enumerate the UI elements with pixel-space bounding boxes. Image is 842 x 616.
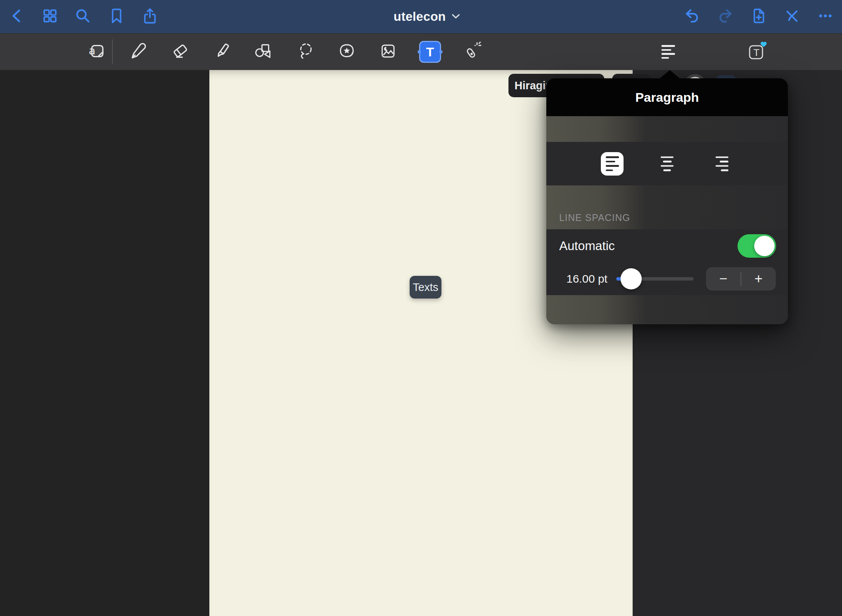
back-button[interactable] bbox=[7, 6, 28, 27]
share-button[interactable] bbox=[139, 6, 161, 27]
share-icon bbox=[141, 7, 159, 26]
increase-spacing-button[interactable]: + bbox=[741, 267, 776, 291]
title-chevron-down-icon bbox=[452, 13, 460, 20]
toolbar-divider bbox=[112, 39, 113, 64]
redo-icon bbox=[717, 7, 734, 26]
lasso-icon bbox=[296, 42, 315, 62]
crossed-pen-icon bbox=[783, 7, 801, 26]
zoom-window-icon: a bbox=[87, 42, 106, 62]
image-tool[interactable] bbox=[377, 41, 399, 62]
align-left-icon bbox=[606, 156, 619, 171]
highlighter-tool[interactable] bbox=[212, 41, 233, 62]
spacing-slider-knob[interactable] bbox=[621, 268, 642, 289]
automatic-label: Automatic bbox=[559, 239, 615, 253]
automatic-row: Automatic bbox=[546, 229, 788, 263]
thumbnails-button[interactable] bbox=[39, 6, 61, 27]
spacing-stepper: − + bbox=[706, 267, 776, 291]
popover-spacer-band bbox=[546, 116, 788, 142]
align-left-option[interactable] bbox=[601, 152, 624, 176]
align-right-icon bbox=[716, 156, 728, 171]
tool-bar: a bbox=[0, 33, 842, 70]
highlighter-icon bbox=[213, 42, 232, 62]
pen-mode-toggle-button[interactable] bbox=[781, 6, 803, 27]
ellipsis-icon bbox=[817, 7, 834, 26]
svg-text:a: a bbox=[89, 44, 95, 57]
spacing-value: 16.00 pt bbox=[566, 272, 607, 285]
popover-arrow bbox=[660, 70, 680, 79]
toggle-knob bbox=[754, 236, 775, 256]
paragraph-popover: Paragraph bbox=[546, 70, 788, 324]
top-navigation-bar: utelecon bbox=[0, 0, 842, 33]
undo-button[interactable] bbox=[681, 6, 703, 27]
spacing-slider-row: 16.00 pt − + bbox=[546, 263, 788, 295]
document-title-button[interactable]: utelecon bbox=[393, 9, 460, 24]
lasso-tool[interactable] bbox=[295, 41, 316, 62]
selection-handle-left bbox=[418, 50, 421, 54]
image-icon bbox=[379, 42, 398, 62]
add-page-icon bbox=[750, 7, 767, 26]
automatic-toggle[interactable] bbox=[738, 234, 776, 258]
selected-text-label: Texts bbox=[413, 281, 438, 294]
popover-title: Paragraph bbox=[635, 90, 699, 105]
canvas-gutter-left bbox=[0, 70, 209, 616]
text-tool-selected[interactable]: T bbox=[419, 41, 441, 63]
more-button[interactable] bbox=[815, 6, 836, 27]
selection-handle-right bbox=[439, 50, 443, 54]
document-title: utelecon bbox=[393, 9, 446, 24]
sticker-star-icon bbox=[337, 42, 356, 62]
back-chevron-icon bbox=[9, 7, 26, 26]
pen-icon bbox=[128, 42, 147, 62]
redo-button[interactable] bbox=[715, 6, 736, 27]
favorite-text-style-button[interactable]: T bbox=[747, 41, 768, 62]
align-right-option[interactable] bbox=[716, 156, 728, 171]
eraser-tool[interactable] bbox=[170, 41, 191, 62]
align-center-option[interactable] bbox=[661, 156, 674, 171]
paragraph-align-button[interactable] bbox=[658, 41, 679, 62]
svg-text:T: T bbox=[753, 47, 759, 58]
line-spacing-section: LINE SPACING bbox=[546, 185, 788, 229]
align-center-icon bbox=[661, 156, 674, 171]
laser-pointer-tool[interactable] bbox=[461, 41, 482, 62]
decrease-spacing-button[interactable]: − bbox=[706, 267, 741, 291]
popover-footer-band bbox=[546, 295, 788, 324]
shapes-icon bbox=[253, 42, 272, 62]
undo-icon bbox=[683, 7, 701, 26]
alignment-row bbox=[546, 142, 788, 185]
app-window: utelecon bbox=[0, 0, 842, 616]
text-style-heart-icon: T bbox=[747, 40, 768, 63]
popover-header: Paragraph bbox=[546, 78, 788, 116]
zoom-window-tool[interactable]: a bbox=[86, 41, 107, 62]
selected-text-object[interactable]: Texts bbox=[410, 276, 441, 299]
line-spacing-label: LINE SPACING bbox=[559, 212, 630, 223]
popover-panel: Paragraph bbox=[546, 78, 788, 324]
sticker-tool[interactable] bbox=[336, 41, 357, 62]
laser-pointer-icon bbox=[462, 41, 482, 62]
bookmark-icon bbox=[108, 7, 125, 26]
eraser-icon bbox=[171, 42, 190, 62]
grid-icon bbox=[41, 7, 59, 26]
align-left-icon bbox=[661, 45, 675, 59]
search-button[interactable] bbox=[72, 6, 94, 27]
pen-tool[interactable] bbox=[127, 41, 148, 62]
bookmark-button[interactable] bbox=[106, 6, 127, 27]
search-icon bbox=[74, 7, 92, 26]
shapes-tool[interactable] bbox=[252, 41, 273, 62]
add-page-button[interactable] bbox=[748, 6, 769, 27]
text-tool-icon: T bbox=[426, 45, 434, 59]
